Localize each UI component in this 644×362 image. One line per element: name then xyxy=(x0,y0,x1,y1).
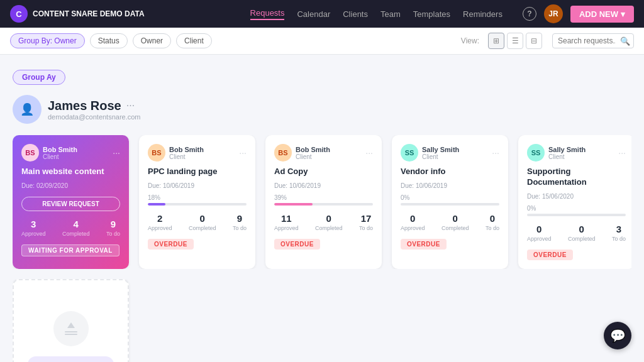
card-user-info: Bob Smith Client xyxy=(43,146,77,160)
cards-row: BS Bob Smith Client ··· Main website con… xyxy=(13,135,631,269)
status-badge: OVERDUE xyxy=(401,239,447,250)
stat-approved: 3 Approved xyxy=(21,219,46,237)
stat-todo: 9 To do xyxy=(233,213,247,231)
card-user-role: Client xyxy=(169,153,204,160)
progress-bar-bg xyxy=(148,203,247,206)
grid-view-button[interactable]: ⊞ xyxy=(488,33,504,49)
card-user-row: BS Bob Smith Client ··· xyxy=(21,144,120,162)
stat-todo: 9 To do xyxy=(106,219,120,237)
card-user-info: Bob Smith Client xyxy=(296,146,330,160)
nav-reminders[interactable]: Reminders xyxy=(463,9,502,19)
nav-clients[interactable]: Clients xyxy=(343,9,368,19)
progress-pct: 39% xyxy=(274,194,373,201)
client-filter[interactable]: Client xyxy=(176,33,212,48)
status-filter[interactable]: Status xyxy=(90,33,128,48)
progress-bar-fill xyxy=(148,203,165,206)
stats-row: 0 Approved 0 Completed 3 To do xyxy=(527,224,626,242)
add-icon xyxy=(53,311,89,346)
card-vendor-info: SS Sally Smith Client ··· Vendor info Du… xyxy=(392,135,508,269)
progress-wrap: 39% xyxy=(274,194,373,206)
card-user-info: Bob Smith Client xyxy=(169,146,204,160)
filter-bar: Group By: Owner Status Owner Client View… xyxy=(0,28,644,55)
card-options-icon[interactable]: ··· xyxy=(365,148,373,158)
card-supporting-docs: SS Sally Smith Client ··· Supporting Doc… xyxy=(518,135,631,269)
second-row: ADD NEW REQUEST xyxy=(13,279,631,362)
help-icon[interactable]: ? xyxy=(523,7,536,21)
card-options-icon[interactable]: ··· xyxy=(113,148,120,158)
stats-row: 2 Approved 0 Completed 9 To do xyxy=(148,213,247,231)
badge-row: OVERDUE xyxy=(148,239,247,250)
nav-team[interactable]: Team xyxy=(380,9,401,19)
progress-pct: 0% xyxy=(401,194,499,201)
badge-row: OVERDUE xyxy=(274,239,373,250)
user-avatar-large: 👤 xyxy=(13,95,42,124)
group-by-filter[interactable]: Group By: Owner xyxy=(10,33,85,48)
progress-bar-bg xyxy=(401,203,499,206)
add-new-button[interactable]: ADD NEW ▾ xyxy=(570,6,634,23)
search-input[interactable] xyxy=(552,33,634,48)
status-badge: OVERDUE xyxy=(274,239,320,250)
search-wrap: 🔍 xyxy=(552,33,634,48)
stat-completed: 0 Completed xyxy=(315,213,343,231)
card-options-icon[interactable]: ··· xyxy=(239,148,247,158)
chat-icon: 💬 xyxy=(610,328,626,343)
card-user-name: Bob Smith xyxy=(296,146,330,153)
stat-approved: 0 Approved xyxy=(401,213,425,231)
nav-templates[interactable]: Templates xyxy=(413,9,450,19)
stat-todo: 3 To do xyxy=(612,224,626,242)
card-title: Ad Copy xyxy=(274,167,373,177)
card-avatar: SS xyxy=(527,144,545,162)
card-title: Main website content xyxy=(21,167,120,177)
stat-approved: 0 Approved xyxy=(527,224,552,242)
card-options-icon[interactable]: ··· xyxy=(492,148,499,158)
user-options-icon[interactable]: ··· xyxy=(126,100,135,111)
progress-pct: 18% xyxy=(148,194,247,201)
card-user-row: SS Sally Smith Client ··· xyxy=(527,144,626,162)
upload-icon xyxy=(62,320,80,337)
stats-row: 0 Approved 0 Completed 0 To do xyxy=(401,213,499,231)
add-new-request-button[interactable]: ADD NEW REQUEST xyxy=(28,356,114,362)
card-user-name: Sally Smith xyxy=(548,146,586,153)
stat-completed: 0 Completed xyxy=(568,224,596,242)
card-user-name: Sally Smith xyxy=(422,146,459,153)
card-user-name: Bob Smith xyxy=(43,146,77,153)
svg-rect-0 xyxy=(65,331,77,332)
list-view-button[interactable]: ☰ xyxy=(507,33,523,49)
brand-name: CONTENT SNARE DEMO DATA xyxy=(33,9,145,18)
stat-approved: 11 Approved xyxy=(274,213,299,231)
chevron-down-icon: ▾ xyxy=(621,9,625,19)
card-ad-copy: BS Bob Smith Client ··· Ad Copy Due: 10/… xyxy=(265,135,382,269)
user-email: demodata@contentsnare.com xyxy=(48,113,141,121)
app-logo: C CONTENT SNARE DEMO DATA xyxy=(10,5,145,23)
card-user-info: Sally Smith Client xyxy=(422,146,459,160)
user-avatar[interactable]: JR xyxy=(544,4,563,23)
progress-bar-bg xyxy=(274,203,373,206)
card-user-role: Client xyxy=(422,153,459,160)
progress-wrap: 0% xyxy=(527,205,626,216)
group-chip[interactable]: Group Ay xyxy=(13,70,65,85)
user-details: James Rose ··· demodata@contentsnare.com xyxy=(48,99,141,121)
owner-filter[interactable]: Owner xyxy=(133,33,171,48)
card-due: Due: 10/06/2019 xyxy=(148,182,247,189)
avatar-initials: 👤 xyxy=(20,102,34,116)
logo-icon: C xyxy=(10,5,28,23)
progress-pct: 0% xyxy=(527,205,626,212)
stat-completed: 0 Completed xyxy=(189,213,216,231)
card-avatar: BS xyxy=(148,144,165,162)
nav-calendar[interactable]: Calendar xyxy=(297,9,330,19)
split-view-button[interactable]: ⊟ xyxy=(526,33,542,49)
card-title: Supporting Documentation xyxy=(527,167,626,188)
review-request-button[interactable]: REVIEW REQUEST xyxy=(21,197,120,211)
status-badge: OVERDUE xyxy=(527,250,573,260)
card-ppc-landing: BS Bob Smith Client ··· PPC landing page… xyxy=(139,135,255,269)
view-label: View: xyxy=(461,36,479,45)
view-icons: ⊞ ☰ ⊟ xyxy=(488,33,542,49)
add-new-request-card: ADD NEW REQUEST xyxy=(13,279,129,362)
card-options-icon[interactable]: ··· xyxy=(618,148,626,158)
chat-bubble[interactable]: 💬 xyxy=(604,322,631,349)
nav-requests[interactable]: Requests xyxy=(250,8,285,20)
stat-todo: 0 To do xyxy=(486,213,499,231)
card-due: Due: 02/09/2020 xyxy=(21,182,120,189)
main-content: Group Ay 👤 James Rose ··· demodata@conte… xyxy=(0,55,644,362)
card-due: Due: 10/06/2019 xyxy=(274,182,373,189)
